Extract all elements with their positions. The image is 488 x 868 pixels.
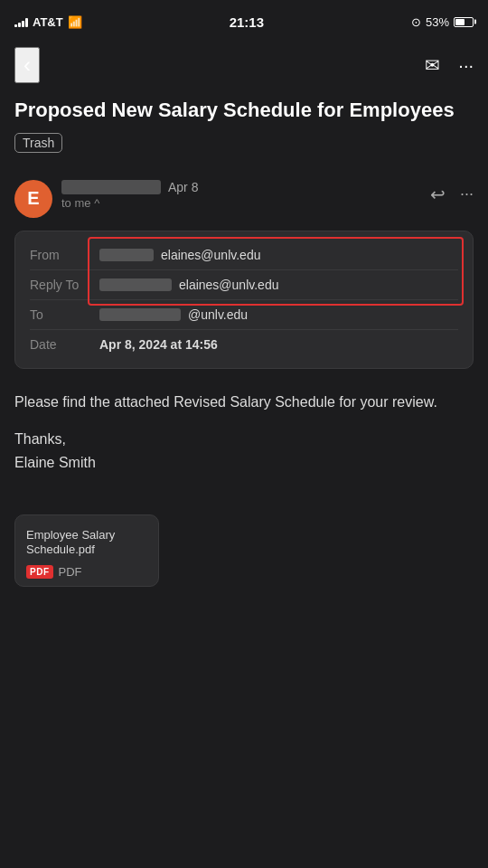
from-email: elaines@unlv.edu [161, 248, 260, 262]
body-name: Elaine Smith [14, 455, 96, 470]
sender-date: Apr 8 [168, 180, 198, 194]
sender-info: Apr 8 to me ^ [61, 180, 198, 210]
avatar: E [14, 180, 52, 218]
to-value: @unlv.edu [99, 307, 248, 322]
signal-icon [14, 16, 28, 27]
sender-row: E Apr 8 to me ^ ↩ ··· [0, 167, 488, 227]
carrier-signal: AT&T 📶 [14, 15, 82, 29]
nav-actions: ✉ ··· [425, 54, 474, 76]
to-label: to me [61, 196, 91, 210]
attachment-name: Employee Salary Schedule.pdf [26, 528, 147, 559]
reply-to-label: Reply To [30, 278, 89, 292]
status-time: 21:13 [230, 14, 264, 30]
sender-name-blur [61, 180, 161, 194]
reply-to-value: elaines@unlv.edu [99, 278, 278, 292]
attachment-type-label: PDF [59, 565, 82, 579]
back-button[interactable]: ‹ [14, 47, 40, 83]
reply-to-email: elaines@unlv.edu [179, 278, 278, 292]
from-row: From elaines@unlv.edu [30, 242, 458, 268]
body-paragraph-1: Please find the attached Revised Salary … [14, 391, 474, 414]
attachment-preview: Employee Salary Schedule.pdf PDF PDF [15, 515, 158, 587]
status-bar: AT&T 📶 21:13 ⊙ 53% [0, 0, 488, 40]
reply-icon[interactable]: ↩ [430, 184, 446, 205]
sender-to[interactable]: to me ^ [61, 196, 198, 210]
pdf-badge-icon: PDF [26, 565, 53, 579]
reply-to-row: Reply To elaines@unlv.edu [30, 272, 458, 297]
top-nav: ‹ ✉ ··· [0, 40, 488, 94]
attachment-card[interactable]: Employee Salary Schedule.pdf PDF PDF [14, 514, 159, 588]
sender-name-row: Apr 8 [61, 180, 198, 194]
from-name-blur [99, 249, 154, 261]
body-signature: Thanks, Elaine Smith [14, 428, 474, 474]
to-suffix: @unlv.edu [188, 307, 248, 322]
to-name-blur [99, 308, 181, 321]
email-details: From elaines@unlv.edu Reply To elaines@u… [14, 231, 474, 369]
subject-text: Proposed New Salary Schedule for Employe… [14, 98, 455, 124]
battery-area: ⊙ 53% [411, 15, 474, 29]
email-header: Proposed New Salary Schedule for Employe… [0, 94, 488, 167]
from-value: elaines@unlv.edu [99, 248, 260, 262]
attachment-section: Employee Salary Schedule.pdf PDF PDF [0, 507, 488, 615]
email-more-icon[interactable]: ··· [460, 184, 474, 203]
to-row: To @unlv.edu [30, 302, 458, 327]
email-body: Please find the attached Revised Salary … [0, 383, 488, 507]
more-options-icon[interactable]: ··· [458, 55, 474, 76]
reply-to-name-blur [99, 278, 172, 291]
email-subject: Proposed New Salary Schedule for Employe… [14, 98, 474, 153]
mail-icon[interactable]: ✉ [425, 54, 440, 76]
date-value: Apr 8, 2024 at 14:56 [99, 337, 218, 352]
attachment-type-row: PDF PDF [26, 565, 147, 579]
carrier-name: AT&T [33, 15, 63, 29]
date-row: Date Apr 8, 2024 at 14:56 [30, 332, 458, 357]
wifi-icon: 📶 [68, 15, 82, 29]
to-field-label: To [30, 307, 89, 322]
body-thanks: Thanks, [14, 431, 66, 447]
battery-icon [454, 17, 474, 27]
sender-right: ↩ ··· [430, 184, 474, 205]
sender-left: E Apr 8 to me ^ [14, 180, 198, 218]
trash-badge[interactable]: Trash [14, 133, 62, 153]
from-label: From [30, 248, 89, 262]
date-label: Date [30, 337, 89, 352]
battery-percent: 53% [426, 15, 449, 29]
to-chevron: ^ [94, 196, 99, 210]
location-icon: ⊙ [411, 15, 421, 29]
